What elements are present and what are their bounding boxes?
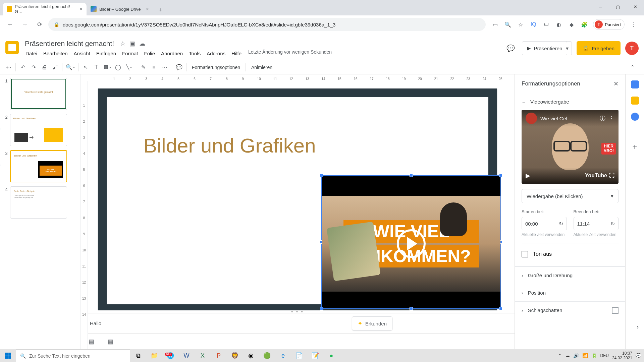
slide-thumbnail[interactable]: Präsentieren leicht gemacht! <box>10 78 67 110</box>
present-dropdown[interactable]: ▾ <box>562 41 572 55</box>
reload-button[interactable]: ⟳ <box>34 18 46 31</box>
close-window-button[interactable]: ✕ <box>627 0 644 13</box>
collapse-rail-icon[interactable]: › <box>637 323 639 330</box>
refresh-icon[interactable]: ↻ <box>610 221 615 227</box>
slide-title[interactable]: Bilder und Grafiken <box>144 134 316 157</box>
extension-icon[interactable]: ◐ <box>555 20 563 28</box>
minimize-button[interactable]: ─ <box>592 0 609 13</box>
comments-icon[interactable]: 💬 <box>504 42 517 55</box>
slides-logo[interactable] <box>5 41 20 56</box>
menu-tools[interactable]: Tools <box>186 49 203 58</box>
cast-icon[interactable]: ▭ <box>491 20 499 28</box>
speaker-notes[interactable]: Hallo <box>80 313 515 333</box>
redo-button[interactable]: ↷ <box>29 62 39 72</box>
add-addon-icon[interactable]: + <box>632 142 637 152</box>
tray-clock[interactable]: 10:37 24.02.2021 <box>612 351 632 361</box>
video-playback-section-header[interactable]: ⌄ Videowiedergabe <box>515 93 625 110</box>
last-edit-text[interactable]: Letzte Änderung vor wenigen Sekunden <box>248 49 332 58</box>
star-icon[interactable]: ☆ <box>120 40 125 47</box>
fill-color-button[interactable]: ✎ <box>138 62 148 72</box>
slide-thumbnail[interactable]: Bilder und Grafiken ➡ <box>10 114 67 146</box>
browser-tab[interactable]: Bilder – Google Drive × <box>87 3 153 15</box>
menu-folie[interactable]: Folie <box>142 49 158 58</box>
word-icon[interactable]: W <box>178 349 195 362</box>
notifications-icon[interactable]: 💬 <box>636 353 641 358</box>
volume-icon[interactable]: 🔊 <box>573 353 579 358</box>
extension-icon[interactable]: IQ <box>529 20 537 28</box>
shadow-toggle-checkbox[interactable] <box>612 307 619 314</box>
border-weight-button[interactable]: ≡ <box>149 62 159 72</box>
close-tab-icon[interactable]: × <box>80 6 83 12</box>
undo-button[interactable]: ↶ <box>18 62 28 72</box>
excel-icon[interactable]: X <box>195 349 211 362</box>
slide-thumbnail-active[interactable]: Bilder und Grafiken WIE VIELEINKOMMEN? <box>10 150 67 182</box>
shape-tool[interactable]: ◯ <box>113 62 123 72</box>
calendar-icon[interactable] <box>631 80 639 88</box>
extension-icon[interactable]: 🏷 <box>542 20 550 28</box>
grid-view-icon[interactable]: ▦ <box>108 338 113 345</box>
embedded-video[interactable]: WIE VIEL EINKOMMEN? <box>321 175 501 309</box>
profile-button[interactable]: T Pausiert <box>593 19 625 30</box>
use-current-time-link[interactable]: Aktuelle Zeit verwenden <box>522 232 567 237</box>
drop-shadow-section[interactable]: › Schlagschatten <box>515 301 625 319</box>
back-button[interactable]: ← <box>4 18 16 31</box>
notepad-icon[interactable]: 📝 <box>307 349 323 362</box>
chrome-icon[interactable]: 🟢 <box>259 349 275 362</box>
playback-mode-select[interactable]: Wiedergabe (bei Klicken) ▾ <box>522 189 619 203</box>
present-button[interactable]: ▶ Präsentieren <box>522 41 567 55</box>
kebab-icon[interactable]: ⋮ <box>609 115 614 122</box>
edge-chromium-icon[interactable]: e <box>275 349 291 362</box>
fullscreen-icon[interactable]: ⛶ <box>609 173 614 179</box>
tasks-icon[interactable] <box>631 113 639 121</box>
onedrive-icon[interactable]: ☁ <box>565 353 570 358</box>
slide-thumbnail[interactable]: Erste Folie - Beispiel Lorem ipsum dolor… <box>10 186 67 219</box>
video-preview[interactable]: Wie viel Gel… ⓘ ⋮ HIER ABO! ▶ <box>522 110 619 184</box>
use-current-time-link[interactable]: Aktuelle Zeit verwenden <box>574 232 619 237</box>
kebab-menu-icon[interactable]: ⋮ <box>629 20 637 28</box>
start-at-input[interactable]: 00:00 ↻ <box>522 217 567 230</box>
keep-icon[interactable] <box>631 97 639 105</box>
info-icon[interactable]: ⓘ <box>600 115 605 122</box>
mute-checkbox[interactable] <box>522 251 528 257</box>
zoom-icon[interactable]: 🔍 <box>504 20 512 28</box>
language-indicator[interactable]: DEU <box>600 353 609 358</box>
collapse-toolbar-icon[interactable]: ⌃ <box>627 62 637 72</box>
brave-icon[interactable]: 🦁 <box>227 349 243 362</box>
cloud-icon[interactable]: ☁ <box>139 40 145 47</box>
spotify-icon[interactable]: ● <box>323 349 339 362</box>
menu-format[interactable]: Format <box>119 49 141 58</box>
refresh-icon[interactable]: ↻ <box>559 221 563 227</box>
format-options-button[interactable]: Formatierungsoptionen <box>189 63 244 71</box>
taskbar-search[interactable]: 🔍 Zur Suche Text hier eingeben <box>16 349 130 362</box>
position-section[interactable]: › Position <box>515 284 625 301</box>
explore-button[interactable]: ✦ Erkunden <box>352 316 392 330</box>
menu-ansicht[interactable]: Ansicht <box>71 49 93 58</box>
new-tab-button[interactable]: + <box>155 5 166 15</box>
border-dash-button[interactable]: ⋯ <box>160 62 170 72</box>
slide-canvas[interactable]: Bilder und Grafiken <box>98 88 497 310</box>
end-at-input[interactable]: 11:14 ↻ <box>574 217 619 230</box>
forward-button[interactable]: → <box>19 18 31 31</box>
browser-tab-active[interactable]: Präsentieren leicht gemacht! - G… × <box>3 3 87 15</box>
menu-bearbeiten[interactable]: Bearbeiten <box>41 49 70 58</box>
address-bar[interactable]: 🔒 docs.google.com/presentation/d/1yV372S… <box>48 18 486 31</box>
file-explorer-icon[interactable]: 📁 <box>146 349 162 362</box>
filmstrip-view-icon[interactable]: ▤ <box>89 338 94 345</box>
wifi-icon[interactable]: 📶 <box>582 353 588 358</box>
task-view-icon[interactable]: ⧉ <box>130 349 146 362</box>
zoom-button[interactable]: 🔍▾ <box>64 62 76 72</box>
extensions-menu-icon[interactable]: 🧩 <box>580 20 588 28</box>
menu-datei[interactable]: Datei <box>23 49 40 58</box>
menu-addons[interactable]: Add-ons <box>204 49 228 58</box>
start-button[interactable] <box>0 349 16 362</box>
move-icon[interactable]: ▣ <box>129 40 135 47</box>
image-tool[interactable]: 🖼▾ <box>102 62 112 72</box>
play-icon[interactable] <box>397 229 426 258</box>
line-tool[interactable]: ╲▾ <box>124 62 134 72</box>
paint-format-button[interactable]: 🖌 <box>50 62 60 72</box>
obs-icon[interactable]: ◉ <box>243 349 259 362</box>
powerpoint-icon[interactable]: P <box>211 349 227 362</box>
comment-button[interactable]: 💬 <box>174 62 184 72</box>
print-button[interactable]: 🖨 <box>39 62 49 72</box>
play-icon[interactable]: ▶ <box>526 172 530 179</box>
